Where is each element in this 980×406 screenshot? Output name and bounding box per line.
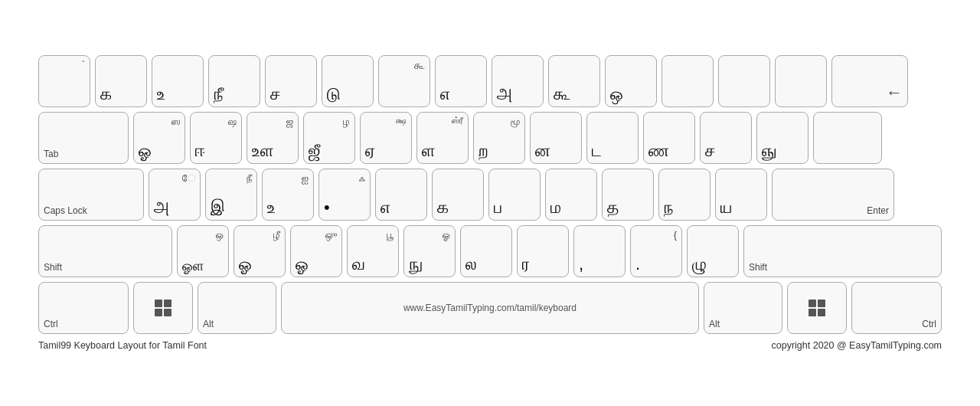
win-left-icon xyxy=(155,300,172,316)
key-caps-lock-label: Caps Lock xyxy=(44,205,87,216)
key-space[interactable]: www.EasyTamilTyping.com/tamil/keyboard xyxy=(281,282,699,334)
key-ja-top: ஜ xyxy=(286,116,293,128)
key-na[interactable]: ன xyxy=(530,112,582,164)
key-shift-right[interactable]: Shift xyxy=(743,225,942,277)
key-tha-main: த xyxy=(607,199,619,216)
key-empty1[interactable] xyxy=(662,55,714,107)
key-ya-main: ய xyxy=(720,199,732,216)
key-e[interactable]: எ xyxy=(435,55,487,107)
key-a[interactable]: அ xyxy=(492,55,544,107)
key-backtick[interactable]: ` xyxy=(38,55,90,107)
key-pa[interactable]: ப xyxy=(488,169,541,221)
key-nha[interactable]: ந xyxy=(658,169,710,221)
key-kuu-main: கூ xyxy=(554,86,570,103)
key-sri-main: ள xyxy=(422,142,436,159)
key-nii[interactable]: நீ xyxy=(208,55,260,107)
key-oo-ool[interactable]: ஒ ஓள xyxy=(177,225,229,277)
key-nii-i[interactable]: நீ இ xyxy=(205,169,257,221)
key-oo2-nu[interactable]: ஓ நு xyxy=(403,225,456,277)
key-sri-top: ஸ்ரீ xyxy=(452,116,463,126)
key-sh-ii[interactable]: ஷ ஈ xyxy=(190,112,242,164)
keyboard: ` க உ நீ ச டு கூ எ அ xyxy=(38,55,942,334)
key-ksh-main: ஏ xyxy=(365,142,375,159)
row-5: Ctrl Alt www.EasyTamilTyping.com/tamil/k… xyxy=(38,282,942,334)
key-koo-top: கூ xyxy=(414,59,425,72)
key-lii-top: ழீ xyxy=(273,229,280,241)
key-ou-oo[interactable]: ஒு ஓ xyxy=(290,225,342,277)
key-ctrl-left[interactable]: Ctrl xyxy=(38,282,129,334)
key-ai-u[interactable]: ஐ உ xyxy=(262,169,314,221)
key-aah-dot[interactable]: ஃ • xyxy=(318,169,371,221)
win-right-icon xyxy=(808,300,825,316)
key-koo[interactable]: கூ xyxy=(378,55,430,107)
key-tha[interactable]: த xyxy=(602,169,654,221)
key-ra[interactable]: ர xyxy=(517,225,569,277)
key-period[interactable]: { . xyxy=(630,225,682,277)
key-lu[interactable]: ழு xyxy=(687,225,739,277)
key-ja-ul[interactable]: ஜ உள xyxy=(247,112,299,164)
key-ou-main: ஓ xyxy=(296,256,309,273)
key-ya[interactable]: ய xyxy=(715,169,767,221)
key-njoo-main: ஞு xyxy=(762,142,777,159)
keyboard-title: Tamil99 Keyboard Layout for Tamil Font xyxy=(38,340,207,351)
key-kuu[interactable]: கூ xyxy=(548,55,600,107)
key-ctrl-right[interactable]: Ctrl xyxy=(851,282,942,334)
key-e-main: எ xyxy=(440,86,450,103)
key-backspace[interactable]: ← xyxy=(831,55,908,107)
key-sh-top: ஷ xyxy=(228,116,237,128)
key-so-oo[interactable]: ஸ ஓ xyxy=(133,112,185,164)
row-4: Shift ஒ ஓள ழீ ஓ ஒு ஓ பூ வ ஓ நு xyxy=(38,225,942,277)
key-njoo[interactable]: ஞு xyxy=(756,112,808,164)
key-sri-la[interactable]: ஸ்ரீ ள xyxy=(416,112,469,164)
key-enter[interactable]: Enter xyxy=(772,169,894,221)
key-tu[interactable]: டு xyxy=(322,55,374,107)
key-moo-main: ற xyxy=(479,142,488,159)
key-alt-right[interactable]: Alt xyxy=(704,282,782,334)
key-e2[interactable]: எ xyxy=(375,169,427,221)
key-moo-top: மூ xyxy=(511,116,520,128)
key-nii2-top: நீ xyxy=(247,172,252,185)
key-nha-main: ந xyxy=(664,199,674,216)
key-ja-main: உள xyxy=(252,142,274,159)
key-na-main: ன xyxy=(535,142,550,159)
key-ma[interactable]: ம xyxy=(545,169,597,221)
key-oo-top: ஒ xyxy=(216,229,224,241)
key-shift-left[interactable]: Shift xyxy=(38,225,172,277)
key-la-top: ழ xyxy=(343,116,350,128)
key-ksh-ae[interactable]: க்ஷ ஏ xyxy=(360,112,412,164)
key-ca[interactable]: ச xyxy=(700,112,752,164)
key-backslash[interactable] xyxy=(813,112,882,164)
key-o[interactable]: ஒ xyxy=(605,55,657,107)
key-ka2[interactable]: க xyxy=(432,169,484,221)
key-nna[interactable]: ண xyxy=(643,112,695,164)
key-comma[interactable]: , xyxy=(573,225,626,277)
key-pu-va[interactable]: பூ வ xyxy=(347,225,399,277)
key-alt-left[interactable]: Alt xyxy=(198,282,276,334)
key-sa[interactable]: ச xyxy=(265,55,317,107)
key-nna-main: ண xyxy=(648,142,669,159)
key-nii2-main: இ xyxy=(211,199,225,216)
key-lii-main: ஓ xyxy=(239,256,252,273)
key-caps-lock[interactable]: Caps Lock xyxy=(38,169,144,221)
key-empty3[interactable] xyxy=(775,55,827,107)
key-alt-left-label: Alt xyxy=(203,319,214,329)
key-win-right[interactable] xyxy=(787,282,847,334)
key-u-main: உ xyxy=(157,86,165,103)
key-la[interactable]: ல xyxy=(460,225,512,277)
key-empty2[interactable] xyxy=(718,55,770,107)
key-ou-top: ஒு xyxy=(325,229,337,241)
key-moo-ra[interactable]: மூ ற xyxy=(473,112,525,164)
key-ka[interactable]: க xyxy=(95,55,147,107)
key-ta[interactable]: ட xyxy=(586,112,639,164)
key-tab[interactable]: Tab xyxy=(38,112,129,164)
key-la-main2: ல xyxy=(466,256,477,273)
key-u[interactable]: உ xyxy=(152,55,204,107)
key-backtick-top: ` xyxy=(82,59,85,70)
key-la-ji[interactable]: ழ ஜீ xyxy=(303,112,355,164)
key-ae-a[interactable]: ே அ xyxy=(149,169,201,221)
key-win-left[interactable] xyxy=(133,282,193,334)
key-ai-top: ஐ xyxy=(302,172,309,185)
key-tab-label: Tab xyxy=(44,149,58,159)
key-lii-oo[interactable]: ழீ ஓ xyxy=(234,225,286,277)
key-sa-main: ச xyxy=(270,86,280,103)
